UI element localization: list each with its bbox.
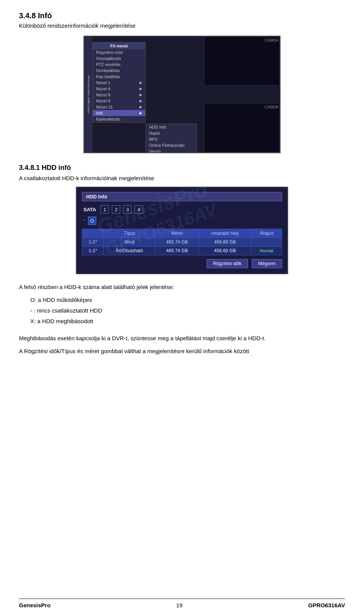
- cam-label-top-right: CAM04: [264, 38, 278, 42]
- td-row2-num: 1-1*: [82, 247, 104, 255]
- body-text-dash: - : nincs csatlakoztatott HDD: [30, 306, 345, 315]
- menu-item-nezet4[interactable]: Nézet 4▶: [93, 86, 145, 92]
- hdd-table: Típus Méret nmaradó hely Állapot 1-1* Mi…: [82, 229, 282, 255]
- sata-nums: 1 2 3 4: [100, 205, 143, 214]
- section-title: 3.4.8 Infó: [19, 11, 345, 20]
- cam-tile-top-right: CAM04: [204, 36, 280, 86]
- info-submenu-item-online[interactable]: Online Felhasználó: [146, 142, 196, 148]
- info-submenu-item-bps[interactable]: BPS: [146, 136, 196, 142]
- hdd-btn-row: Rögzítési idők Mégsem: [82, 259, 282, 268]
- arrow-icon: ▶: [140, 87, 142, 91]
- main-menu-title: Fő menü: [93, 42, 145, 49]
- body-text-1: A felső részben a HDD-k száma alatt talá…: [19, 283, 345, 292]
- info-submenu-item-verzio[interactable]: Verzió: [146, 148, 196, 153]
- menu-item-kep[interactable]: Kép beállítás: [93, 74, 145, 80]
- dash-dash: -: [83, 217, 85, 225]
- menu-label: Kijelentkezés: [96, 117, 121, 121]
- td-row2-size: 465.74 GB: [155, 247, 199, 255]
- body-text-o: O: a HDD működőképes: [30, 295, 345, 305]
- info-submenu-item-hdd[interactable]: HDD Infó: [146, 124, 196, 130]
- th-type: Típus: [104, 229, 155, 238]
- arrow-icon: ▶: [140, 99, 142, 103]
- menu-item-ptz[interactable]: PTZ vezérlés: [93, 61, 145, 68]
- th-num: [82, 229, 104, 238]
- cam-tile-bottom-right: CAM08: [204, 103, 280, 152]
- table-row: 1-1* Író/Olvasható 465.74 GB 456.68 GB N…: [82, 247, 282, 255]
- menu-label: Infó: [96, 111, 103, 115]
- dvr-sidebar: H264 Digital Video Recorder: [84, 36, 93, 152]
- td-row2-type: Író/Olvasható: [104, 247, 155, 255]
- menu-item-nezet16[interactable]: Nézet 16▶: [93, 104, 145, 110]
- sata-num-3: 3: [123, 205, 132, 214]
- dash-indicator: O: [88, 217, 96, 225]
- arrow-icon: ▶: [140, 111, 142, 115]
- arrow-icon: ▶: [140, 81, 142, 85]
- table-header-row: Típus Méret nmaradó hely Állapot: [82, 229, 282, 238]
- sata-label: SATA: [83, 207, 96, 212]
- hdd-info-screenshot-container: GenesisPro GPRO6316AV HDD Infó SATA 1 2 …: [19, 187, 345, 274]
- menu-label: Nézet 4: [96, 86, 110, 91]
- dvr-sidebar-text: H264 Digital Video Recorder: [87, 75, 90, 113]
- menu-label: Nézet 8: [96, 93, 110, 97]
- menu-item-nezet1[interactable]: Nézet 1▶: [93, 80, 145, 86]
- menu-item-szin[interactable]: Színbeállítás: [93, 68, 145, 74]
- section-intro: Különböző rendszerinformációk megjelenít…: [19, 22, 345, 29]
- section-348: 3.4.8 Infó Különböző rendszerinformációk…: [19, 11, 345, 29]
- sata-row: SATA 1 2 3 4: [82, 205, 282, 214]
- arrow-icon: ▶: [140, 105, 142, 109]
- hdd-info-screenshot: GenesisPro GPRO6316AV HDD Infó SATA 1 2 …: [76, 187, 288, 274]
- menu-label: PTZ vezérlés: [96, 62, 121, 67]
- menu-label: Színbeállítás: [96, 68, 120, 73]
- td-row1-size: 465.74 GB: [155, 238, 199, 247]
- sata-num-2: 2: [112, 205, 120, 214]
- menu-label: Nézet 16: [96, 105, 113, 109]
- menu-item-nezet8[interactable]: Nézet 8▶: [93, 92, 145, 98]
- footer-page: 19: [176, 602, 183, 608]
- body-text-2: Meghibásodás esetén kapcsolja ki a DVR-t…: [19, 334, 345, 343]
- main-menu: Fő menü Rögzítési mód Visszajátszás PTZ …: [93, 42, 146, 123]
- footer-model: GPRO6316AV: [308, 602, 345, 608]
- hdd-info-title-bar: HDD Infó: [82, 192, 282, 201]
- footer-brand: GenesisPro: [19, 602, 50, 608]
- dvr-screenshot-1: H264 Digital Video Recorder CAM04 CAM08 …: [83, 36, 281, 153]
- sata-num-4: 4: [135, 205, 143, 214]
- dash-row: - O: [82, 217, 282, 225]
- menu-label: Rögzítési mód: [96, 50, 122, 55]
- page-content: 3.4.8 Infó Különböző rendszerinformációk…: [0, 0, 364, 390]
- megsem-button[interactable]: Mégsem: [252, 259, 282, 268]
- rogzitesi-idok-button[interactable]: Rögzítési idők: [207, 259, 248, 268]
- td-row1-type: Mind: [104, 238, 155, 247]
- menu-item-visszajatszas[interactable]: Visszajátszás: [93, 55, 145, 61]
- th-size: Méret: [155, 229, 199, 238]
- cam-label-bottom-right: CAM08: [264, 105, 278, 109]
- arrow-icon: ▶: [140, 93, 142, 97]
- td-row1-num: 1-1*: [82, 238, 104, 247]
- info-submenu: HDD Infó Napló BPS Online Felhasználó Ve…: [146, 124, 197, 153]
- menu-item-info[interactable]: Infó▶: [93, 110, 145, 116]
- th-remaining: nmaradó hely: [199, 229, 251, 238]
- body-text-x: X: a HDD meghibásodott: [30, 317, 345, 326]
- menu-label: Nézet 1: [96, 80, 110, 85]
- td-row1-status: [251, 238, 282, 247]
- th-status: Állapot: [251, 229, 282, 238]
- info-submenu-item-naplo[interactable]: Napló: [146, 130, 196, 136]
- td-row1-remaining: 456.68 GB: [199, 238, 251, 247]
- table-row: 1-1* Mind 465.74 GB 456.68 GB: [82, 238, 282, 247]
- menu-item-nezet9[interactable]: Nézet 9▶: [93, 98, 145, 104]
- main-menu-screenshot-container: H264 Digital Video Recorder CAM04 CAM08 …: [19, 36, 345, 153]
- sata-num-1: 1: [100, 205, 109, 214]
- menu-item-rogzitesi-mod[interactable]: Rögzítési mód: [93, 49, 145, 55]
- page-footer: GenesisPro 19 GPRO6316AV: [19, 599, 345, 608]
- td-row2-status: Normál: [251, 247, 282, 255]
- subsection-title: 3.4.8.1 HDD infó: [19, 164, 345, 172]
- subsection-intro: A csatlakoztatott HDD-k információinak m…: [19, 175, 345, 181]
- menu-label: Visszajátszás: [96, 56, 121, 61]
- menu-item-kijelentkezes[interactable]: Kijelentkezés: [93, 116, 145, 122]
- td-row2-remaining: 456.68 GB: [199, 247, 251, 255]
- menu-label: Kép beállítás: [96, 74, 120, 79]
- menu-label: Nézet 9: [96, 99, 110, 103]
- body-text-3: A Rögzítési idők/Típus és méret gombbal …: [19, 347, 345, 356]
